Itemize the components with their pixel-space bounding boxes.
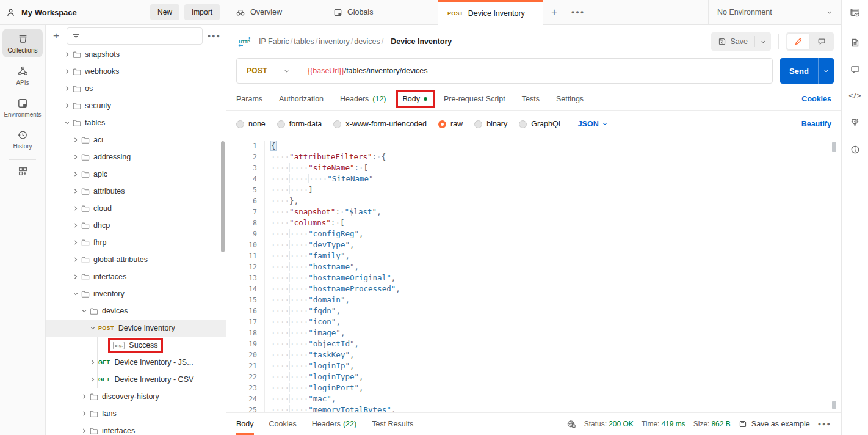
editor-line[interactable]: 15········"domain", <box>236 294 837 305</box>
body-editor[interactable]: 1{2····"attributeFilters":·{3········"si… <box>236 136 837 412</box>
chevron-right-icon[interactable] <box>70 171 81 177</box>
network-status-icon[interactable] <box>566 419 576 429</box>
comments-icon[interactable] <box>842 65 868 75</box>
tree-folder-fans[interactable]: fans <box>46 405 226 422</box>
chevron-down-icon[interactable] <box>87 325 98 331</box>
save-as-example-button[interactable]: Save as example <box>739 420 810 428</box>
sidebar-filter-input[interactable] <box>67 27 203 45</box>
rail-item-apis[interactable]: APIs <box>2 61 43 90</box>
cookies-link[interactable]: Cookies <box>801 87 831 110</box>
editor-line[interactable]: 19········"objectId", <box>236 338 837 349</box>
new-button[interactable]: New <box>150 4 179 20</box>
chevron-right-icon[interactable] <box>79 393 90 400</box>
editor-line[interactable]: 20········"taskKey", <box>236 349 837 360</box>
editor-line[interactable]: 1{ <box>236 141 837 152</box>
chevron-right-icon[interactable] <box>70 205 81 211</box>
tree-folder-global-attributes[interactable]: global-attributes <box>46 251 226 268</box>
tree-folder-webhooks[interactable]: webhooks <box>46 63 226 80</box>
request-tab-authorization[interactable]: Authorization <box>279 95 324 103</box>
rail-item-collections[interactable]: Collections <box>2 29 43 57</box>
breadcrumb-segment[interactable]: inventory <box>319 37 350 46</box>
chevron-right-icon[interactable] <box>70 239 81 246</box>
chevron-down-icon[interactable] <box>62 120 73 126</box>
request-tab-headers[interactable]: Headers(12) <box>340 95 386 103</box>
editor-line[interactable]: 9········"configReg", <box>236 228 837 239</box>
import-button[interactable]: Import <box>184 4 220 20</box>
editor-line[interactable]: 7····"snapshot":·"$last", <box>236 207 837 218</box>
editor-line[interactable]: 16········"fqdn", <box>236 305 837 316</box>
save-options-chevron-icon[interactable] <box>755 38 771 45</box>
editor-line[interactable]: 24········"mac", <box>236 393 837 404</box>
response-tab-headers[interactable]: Headers(22) <box>312 413 356 435</box>
chevron-right-icon[interactable] <box>79 428 90 434</box>
editor-line[interactable]: 8····"columns":·[ <box>236 218 837 228</box>
editor-line[interactable]: 21········"loginIp", <box>236 360 837 371</box>
configure-workbench-icon[interactable] <box>0 166 45 177</box>
body-mode-graphql[interactable]: GraphQL <box>519 120 562 128</box>
tree-folder-interfaces[interactable]: interfaces <box>46 268 226 285</box>
chevron-down-icon[interactable] <box>70 291 81 297</box>
tree-request[interactable]: GETDevice Inventory - JS... <box>46 354 226 371</box>
chevron-right-icon[interactable] <box>62 103 73 109</box>
breadcrumb-segment[interactable]: tables <box>294 37 314 46</box>
body-mode-none[interactable]: none <box>236 120 266 128</box>
tab-overview[interactable]: Overview <box>226 0 324 24</box>
code-snippet-icon[interactable]: </> <box>842 92 868 100</box>
method-selector[interactable]: POST <box>237 67 300 75</box>
tree-folder-fhrp[interactable]: fhrp <box>46 234 226 251</box>
editor-line[interactable]: 12········"hostname", <box>236 261 837 272</box>
tree-folder-snapshots[interactable]: snapshots <box>46 46 226 63</box>
body-mode-x-www-form-urlencoded[interactable]: x-www-form-urlencoded <box>333 120 427 128</box>
sidebar-scrollbar[interactable] <box>221 141 225 252</box>
request-tab-pre-request-script[interactable]: Pre-request Script <box>444 95 505 103</box>
editor-line[interactable]: 23········"loginPort", <box>236 382 837 393</box>
tree-folder-apic[interactable]: apic <box>46 166 226 183</box>
chevron-right-icon[interactable] <box>62 51 73 57</box>
chevron-right-icon[interactable] <box>70 137 81 143</box>
chevron-right-icon[interactable] <box>70 154 81 160</box>
chevron-right-icon[interactable] <box>79 411 90 417</box>
editor-line[interactable]: 10········"devType", <box>236 239 837 250</box>
chevron-right-icon[interactable] <box>70 222 81 228</box>
editor-scrollbar[interactable] <box>832 142 836 152</box>
chevron-right-icon[interactable] <box>70 188 81 194</box>
request-tab-body[interactable]: Body <box>403 95 428 103</box>
chevron-right-icon[interactable] <box>70 274 81 280</box>
url-input[interactable]: {{baseUrl}}/tables/inventory/devices <box>300 67 435 75</box>
body-mode-form-data[interactable]: form-data <box>277 120 322 128</box>
environment-selector[interactable]: No Environment <box>708 0 841 24</box>
tree-folder-cloud[interactable]: cloud <box>46 200 226 217</box>
tree-folder-devices[interactable]: devices <box>46 302 226 320</box>
tab-options-icon[interactable]: ●●● <box>565 0 591 24</box>
response-tab-test-results[interactable]: Test Results <box>372 413 413 435</box>
editor-line[interactable]: 13········"hostnameOriginal", <box>236 272 837 283</box>
tab-device-inventory[interactable]: POST Device Inventory <box>438 0 543 25</box>
editor-line[interactable]: 17········"icon", <box>236 316 837 327</box>
tree-folder-tables[interactable]: tables <box>46 114 226 131</box>
editor-line[interactable]: 5········] <box>236 185 837 196</box>
editor-line[interactable]: 14········"hostnameProcessed", <box>236 283 837 294</box>
save-button[interactable]: Save <box>711 32 772 51</box>
tab-globals[interactable]: Globals <box>324 0 438 24</box>
chevron-down-icon[interactable] <box>79 308 90 314</box>
chevron-right-icon[interactable] <box>62 86 73 92</box>
new-tab-button[interactable]: + <box>543 0 565 24</box>
tree-folder-interfaces[interactable]: interfaces <box>46 422 226 435</box>
body-mode-binary[interactable]: binary <box>474 120 507 128</box>
body-mode-raw[interactable]: raw <box>438 120 463 128</box>
tree-folder-os[interactable]: os <box>46 80 226 97</box>
breadcrumb-segment[interactable]: IP Fabric <box>259 37 289 46</box>
editor-line[interactable]: 11········"family", <box>236 250 837 261</box>
tree-folder-dhcp[interactable]: dhcp <box>46 217 226 234</box>
tree-folder-inventory[interactable]: inventory <box>46 285 226 302</box>
request-tab-settings[interactable]: Settings <box>556 95 584 103</box>
chevron-right-icon[interactable] <box>62 68 73 75</box>
response-tab-body[interactable]: Body <box>236 413 254 435</box>
editor-line[interactable]: 6····}, <box>236 196 837 207</box>
language-selector[interactable]: JSON <box>578 120 608 128</box>
add-collection-icon[interactable]: + <box>51 30 62 42</box>
info-icon[interactable] <box>842 145 868 155</box>
editor-line[interactable]: 25········"memoryTotalBytes", <box>236 404 837 412</box>
editor-line[interactable]: 18········"image", <box>236 327 837 338</box>
editor-line[interactable]: 3········"siteName":·[ <box>236 163 837 174</box>
